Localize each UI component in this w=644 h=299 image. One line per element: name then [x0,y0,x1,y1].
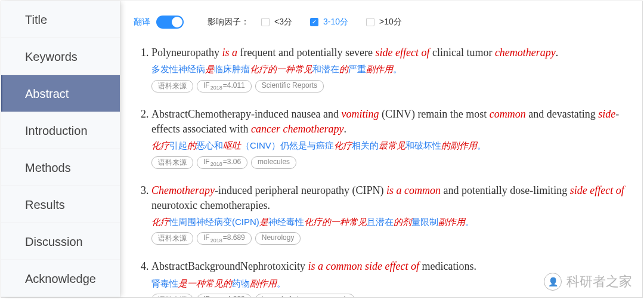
sidebar-item-methods[interactable]: Methods [1,149,120,186]
tag-row: 语料来源IF2018=3.06molecules [151,156,629,169]
chinese-translation: 化疗性周围神经病变(CIPN)是神经毒性化疗的一种常见且潜在的剂量限制副作用。 [151,215,629,229]
result-item: Chemotherapy-induced peripheral neuropat… [151,183,629,245]
content-area: 翻译 影响因子： <3分 ✓ 3-10分 >10分 Polyneuropathy… [120,1,642,297]
english-sentence: Polyneuropathy is a frequent and potenti… [151,45,629,60]
watermark-text: 科研者之家 [566,273,632,291]
journal-tag[interactable]: Scientific Reports [255,80,324,93]
filter-label: >10分 [379,17,402,27]
english-sentence: AbstractChemotherapy-induced nausea and … [151,107,629,137]
filter-lt3[interactable]: <3分 [261,17,292,27]
checkbox-icon [261,18,270,26]
english-sentence: Chemotherapy-induced peripheral neuropat… [151,183,629,213]
filter-label: <3分 [274,17,292,27]
tag-row: 语料来源IF2018=4.029journal of ginseng resea… [151,294,629,297]
checkbox-icon: ✓ [310,18,318,26]
tag-row: 语料来源IF2018=4.011Scientific Reports [151,80,629,93]
result-item: Polyneuropathy is a frequent and potenti… [151,45,629,93]
sidebar-item-results[interactable]: Results [1,186,120,223]
sidebar-item-discussion[interactable]: Discussion [1,223,120,260]
filter-3to10[interactable]: ✓ 3-10分 [310,17,348,27]
user-icon: 👤 [544,273,562,291]
sidebar-item-acknowledge[interactable]: Acknowledge [1,260,120,297]
journal-tag[interactable]: journal of ginseng research [255,294,355,297]
translate-label: 翻译 [134,17,150,27]
impact-factor-tag[interactable]: IF2018=4.011 [197,80,252,93]
tag-row: 语料来源IF2018=8.689Neurology [151,232,629,245]
source-tag[interactable]: 语料来源 [151,156,193,169]
watermark: 👤 科研者之家 [544,273,632,291]
translate-toggle[interactable] [156,16,184,29]
chinese-translation: 化疗引起的恶心和呕吐（CINV）仍然是与癌症化疗相关的最常见和破坏性的副作用。 [151,139,629,153]
impact-factor-tag[interactable]: IF2018=8.689 [197,232,252,245]
impact-factor-tag[interactable]: IF2018=4.029 [197,294,252,297]
english-sentence: AbstractBackgroundNephrotoxicity is a co… [151,259,629,274]
chinese-translation: 多发性神经病是临床肿瘤化疗的一种常见和潜在的严重副作用。 [151,63,629,76]
results-list: Polyneuropathy is a frequent and potenti… [134,45,629,297]
impact-factor-tag[interactable]: IF2018=3.06 [197,156,247,169]
filter-bar: 翻译 影响因子： <3分 ✓ 3-10分 >10分 [134,7,629,37]
filter-gt10[interactable]: >10分 [366,17,402,27]
filter-label: 3-10分 [323,17,348,27]
source-tag[interactable]: 语料来源 [151,294,193,297]
journal-tag[interactable]: molecules [251,156,296,169]
result-item: AbstractChemotherapy-induced nausea and … [151,107,629,169]
source-tag[interactable]: 语料来源 [151,232,193,245]
sidebar: Title Keywords Abstract Introduction Met… [1,1,120,297]
sidebar-item-abstract[interactable]: Abstract [1,75,120,112]
sidebar-item-title[interactable]: Title [1,1,120,38]
source-tag[interactable]: 语料来源 [151,80,193,93]
journal-tag[interactable]: Neurology [255,232,301,245]
impact-factor-label: 影响因子： [208,17,249,27]
sidebar-item-introduction[interactable]: Introduction [1,112,120,149]
checkbox-icon [366,18,374,26]
sidebar-item-keywords[interactable]: Keywords [1,38,120,75]
